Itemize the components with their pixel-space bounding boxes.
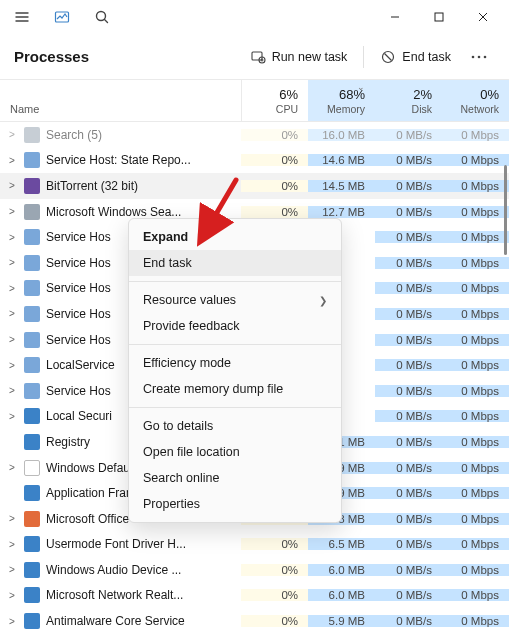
expand-chevron-icon[interactable]: > <box>6 513 18 524</box>
ctx-create-dump[interactable]: Create memory dump file <box>129 376 341 402</box>
process-name: Service Hos <box>46 333 111 347</box>
expand-chevron-icon[interactable]: > <box>6 155 18 166</box>
process-name-cell: >Service Host: State Repo... <box>0 152 241 168</box>
process-row[interactable]: >Microsoft Network Realt...0%6.0 MB0 MB/… <box>0 583 509 609</box>
expand-chevron-icon[interactable]: > <box>6 411 18 422</box>
expand-chevron-icon[interactable]: > <box>6 129 18 140</box>
memory-cell: 12.7 MB <box>308 206 375 218</box>
network-cell: 0 Mbps <box>442 180 509 192</box>
expand-chevron-icon[interactable]: > <box>6 334 18 345</box>
ctx-open-file-location[interactable]: Open file location <box>129 439 341 465</box>
disk-cell: 0 MB/s <box>375 462 442 474</box>
process-name: Antimalware Core Service <box>46 614 185 628</box>
expand-chevron-icon[interactable]: > <box>6 257 18 268</box>
expand-chevron-icon[interactable]: > <box>6 462 18 473</box>
process-row[interactable]: >Service Host: State Repo...0%14.6 MB0 M… <box>0 148 509 174</box>
cpu-cell: 0% <box>241 538 308 550</box>
process-icon <box>24 332 40 348</box>
expand-chevron-icon[interactable]: > <box>6 385 18 396</box>
expand-chevron-icon[interactable]: > <box>6 232 18 243</box>
process-name-cell: >Search (5) <box>0 127 241 143</box>
cpu-cell: 0% <box>241 615 308 627</box>
disk-cell: 0 MB/s <box>375 359 442 371</box>
ctx-efficiency-mode[interactable]: Efficiency mode <box>129 350 341 376</box>
ctx-resource-values[interactable]: Resource values❯ <box>129 287 341 313</box>
process-row[interactable]: >Windows Audio Device ...0%6.0 MB0 MB/s0… <box>0 557 509 583</box>
process-icon <box>24 152 40 168</box>
disk-cell: 0 MB/s <box>375 410 442 422</box>
expand-chevron-icon[interactable]: > <box>6 590 18 601</box>
hamburger-button[interactable] <box>4 2 40 32</box>
memory-cell: 16.0 MB <box>308 129 375 141</box>
process-row[interactable]: >Usermode Font Driver H...0%6.5 MB0 MB/s… <box>0 532 509 558</box>
titlebar <box>0 0 509 34</box>
expand-chevron-icon[interactable]: > <box>6 283 18 294</box>
disk-cell: 0 MB/s <box>375 385 442 397</box>
network-cell: 0 Mbps <box>442 462 509 474</box>
ctx-go-to-details[interactable]: Go to details <box>129 413 341 439</box>
page-title: Processes <box>14 48 89 65</box>
search-button[interactable] <box>84 2 120 32</box>
disk-cell: 0 MB/s <box>375 308 442 320</box>
ctx-search-online[interactable]: Search online <box>129 465 341 491</box>
expand-chevron-icon[interactable]: > <box>6 616 18 627</box>
end-task-button[interactable]: End task <box>370 43 461 71</box>
expand-chevron-icon[interactable]: > <box>6 539 18 550</box>
svg-point-8 <box>484 55 487 58</box>
disk-cell: 0 MB/s <box>375 180 442 192</box>
memory-cell: 6.0 MB <box>308 564 375 576</box>
col-network-header[interactable]: 0% Network <box>442 80 509 121</box>
scrollbar-thumb[interactable] <box>504 165 507 255</box>
process-icon <box>24 613 40 629</box>
network-cell: 0 Mbps <box>442 359 509 371</box>
ctx-end-task[interactable]: End task <box>129 250 341 276</box>
cpu-cell: 0% <box>241 154 308 166</box>
disk-cell: 0 MB/s <box>375 257 442 269</box>
process-name-cell: >Usermode Font Driver H... <box>0 536 241 552</box>
process-name: Service Hos <box>46 384 111 398</box>
network-cell: 0 Mbps <box>442 154 509 166</box>
ctx-provide-feedback[interactable]: Provide feedback <box>129 313 341 339</box>
maximize-button[interactable] <box>417 2 461 32</box>
ctx-properties[interactable]: Properties <box>129 491 341 517</box>
expand-chevron-icon[interactable]: > <box>6 180 18 191</box>
disk-cell: 0 MB/s <box>375 154 442 166</box>
cpu-cell: 0% <box>241 206 308 218</box>
expand-chevron-icon[interactable]: > <box>6 360 18 371</box>
more-button[interactable] <box>463 49 495 65</box>
svg-point-6 <box>472 55 475 58</box>
col-cpu-header[interactable]: 6% CPU <box>241 80 308 121</box>
disk-cell: 0 MB/s <box>375 589 442 601</box>
process-name: Service Hos <box>46 307 111 321</box>
col-name-header[interactable]: Name <box>0 80 241 121</box>
expand-chevron-icon[interactable]: > <box>6 564 18 575</box>
cpu-cell: 0% <box>241 564 308 576</box>
disk-cell: 0 MB/s <box>375 436 442 448</box>
ctx-expand[interactable]: Expand <box>129 224 341 250</box>
col-memory-header[interactable]: ⌄ 68% Memory <box>308 80 375 121</box>
network-cell: 0 Mbps <box>442 129 509 141</box>
process-icon <box>24 383 40 399</box>
process-row[interactable]: >BitTorrent (32 bit)0%14.5 MB0 MB/s0 Mbp… <box>0 173 509 199</box>
network-cell: 0 Mbps <box>442 538 509 550</box>
process-name: BitTorrent (32 bit) <box>46 179 138 193</box>
network-cell: 0 Mbps <box>442 385 509 397</box>
col-disk-header[interactable]: 2% Disk <box>375 80 442 121</box>
expand-chevron-icon[interactable]: > <box>6 206 18 217</box>
minimize-button[interactable] <box>373 2 417 32</box>
ctx-sep <box>129 407 341 408</box>
close-button[interactable] <box>461 2 505 32</box>
process-icon <box>24 127 40 143</box>
process-icon <box>24 408 40 424</box>
process-row[interactable]: >Search (5)0%16.0 MB0 MB/s0 Mbps <box>0 122 509 148</box>
process-name-cell: >Windows Audio Device ... <box>0 562 241 578</box>
memory-cell: 14.5 MB <box>308 180 375 192</box>
column-headers: Name 6% CPU ⌄ 68% Memory 2% Disk 0% Netw… <box>0 80 509 122</box>
network-cell: 0 Mbps <box>442 513 509 525</box>
process-name: Registry <box>46 435 90 449</box>
process-icon <box>24 204 40 220</box>
process-name: Microsoft Network Realt... <box>46 588 183 602</box>
run-new-task-button[interactable]: Run new task <box>240 43 358 71</box>
expand-chevron-icon[interactable]: > <box>6 308 18 319</box>
process-row[interactable]: >Antimalware Core Service0%5.9 MB0 MB/s0… <box>0 608 509 634</box>
